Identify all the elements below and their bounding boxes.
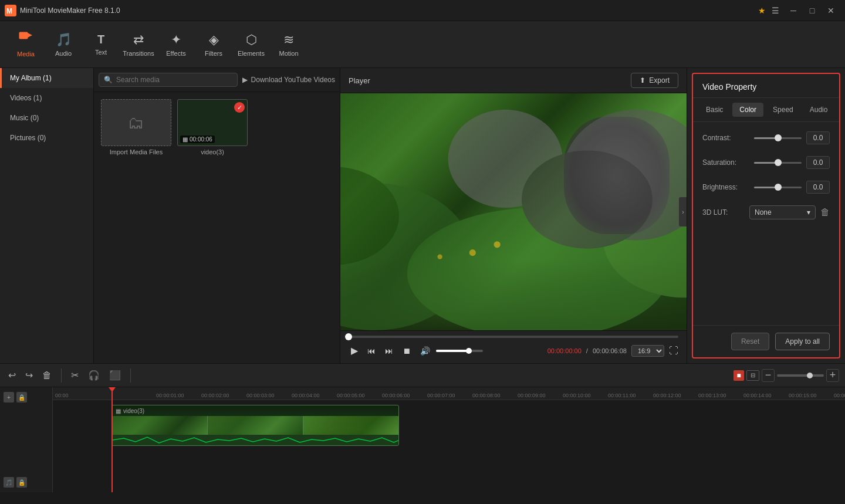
video-clip[interactable]: ▦ video(3) — [111, 405, 399, 446]
tab-audio[interactable]: Audio — [803, 103, 835, 117]
toolbar-item-effects[interactable]: ✦ Effects — [157, 25, 195, 65]
zoom-out-button[interactable]: − — [762, 369, 775, 382]
cut-button[interactable]: ✂ — [69, 367, 81, 383]
saturation-slider[interactable] — [754, 162, 802, 164]
contrast-value[interactable] — [806, 131, 830, 144]
media-grid: 🗂 Import Media Files ▦ 00:00:06 ✓ video(… — [94, 92, 340, 363]
thumb-2 — [207, 416, 303, 435]
list-item[interactable]: 🗂 Import Media Files — [101, 99, 171, 155]
reset-button[interactable]: Reset — [731, 333, 769, 350]
close-btn[interactable]: ✕ — [822, 4, 840, 17]
audio-detach-button[interactable]: 🎧 — [86, 367, 102, 383]
tab-color[interactable]: Color — [732, 103, 763, 117]
transitions-icon: ⇄ — [133, 32, 144, 48]
zoom-red-btn[interactable]: ■ — [734, 370, 744, 381]
search-input[interactable] — [116, 76, 232, 84]
ruler-mark-2: 00:00:02:00 — [201, 393, 229, 398]
ruler-mark-7: 00:00:07:00 — [427, 393, 455, 398]
sidebar-item-music[interactable]: Music (0) — [0, 108, 93, 128]
toolbar-item-text[interactable]: T Text — [82, 25, 120, 65]
saturation-value[interactable] — [806, 156, 830, 169]
brightness-value[interactable] — [806, 181, 830, 194]
videos-label: Videos (1) — [10, 94, 42, 102]
contrast-slider[interactable] — [754, 137, 802, 139]
crown-icon: ★ — [758, 6, 766, 15]
youtube-download-btn[interactable]: ▶ Download YouTube Videos — [242, 76, 335, 84]
ruler-mark-3: 00:00:03:00 — [246, 393, 275, 398]
settings-btn[interactable]: ☰ — [772, 6, 779, 15]
time-track[interactable] — [349, 336, 678, 338]
time-thumb[interactable] — [345, 333, 352, 340]
aspect-ratio-select[interactable]: 16:9 4:3 1:1 9:16 — [631, 345, 664, 357]
stop-button[interactable]: ⏹ — [400, 344, 413, 358]
apply-to-all-button[interactable]: Apply to all — [775, 333, 830, 350]
redo-button[interactable]: ↪ — [23, 367, 35, 383]
skip-forward-button[interactable]: ⏭ — [383, 344, 396, 358]
toolbar-item-motion[interactable]: ≋ Motion — [270, 25, 307, 65]
add-track-area: + 🔒 — [4, 392, 49, 402]
brightness-thumb[interactable] — [775, 184, 782, 191]
sidebar-item-my-album[interactable]: My Album (1) — [0, 68, 93, 88]
lut-delete-button[interactable]: 🗑 — [820, 207, 830, 218]
track-area: ▦ video(3) — [53, 400, 845, 492]
add-audio-track-btn[interactable]: 🎵 🔒 — [4, 477, 49, 488]
toolbar-item-media[interactable]: Media — [7, 25, 45, 65]
zoom-in-button[interactable]: + — [826, 369, 839, 382]
timeline-toolbar: ↩ ↪ 🗑 ✂ 🎧 ⬛ ■ ⊟ − + — [0, 364, 845, 387]
svg-point-11 — [469, 249, 476, 256]
play-button[interactable]: ▶ — [349, 343, 360, 358]
contrast-thumb[interactable] — [775, 134, 782, 141]
timeline: ↩ ↪ 🗑 ✂ 🎧 ⬛ ■ ⊟ − + + 🔒 — [0, 363, 845, 492]
left-panel: My Album (1) Videos (1) Music (0) Pictur… — [0, 68, 94, 363]
tab-speed[interactable]: Speed — [766, 103, 800, 117]
zoom-slider[interactable] — [777, 374, 824, 377]
sidebar-item-pictures[interactable]: Pictures (0) — [0, 128, 93, 148]
lut-select[interactable]: None ▾ — [749, 205, 816, 219]
maximize-btn[interactable]: □ — [803, 4, 822, 17]
zoom-thumb[interactable] — [807, 373, 813, 378]
fullscreen-button[interactable]: ⛶ — [669, 346, 678, 356]
toolbar-item-audio[interactable]: 🎵 Audio — [45, 25, 82, 65]
video-property-content: Contrast: Saturation: — [693, 122, 839, 325]
volume-button[interactable]: 🔊 — [418, 344, 432, 358]
collapse-arrow-icon: › — [682, 209, 684, 215]
player-title: Player — [349, 76, 370, 85]
video-property-panel: Video Property Basic Color Speed Audio C… — [692, 73, 840, 358]
video-property-header: Video Property — [693, 74, 839, 98]
ruler: 00:00 00:00:01:00 00:00:02:00 00:00:03:0… — [53, 387, 845, 400]
clip-header: ▦ video(3) — [112, 405, 398, 416]
crop-button[interactable]: ⬛ — [107, 367, 123, 383]
brightness-row: Brightness: — [702, 181, 830, 194]
undo-button[interactable]: ↩ — [6, 367, 18, 383]
add-video-track-btn[interactable]: + 🔒 — [4, 392, 49, 402]
total-time: 00:00:06:08 — [593, 347, 627, 354]
sidebar-item-videos[interactable]: Videos (1) — [0, 88, 93, 108]
toolbar-item-transitions[interactable]: ⇄ Transitions — [120, 25, 157, 65]
titlebar: M MiniTool MovieMaker Free 8.1.0 ★ ☰ ─ □… — [0, 0, 845, 21]
video-property-tabs: Basic Color Speed Audio — [693, 98, 839, 122]
minimize-btn[interactable]: ─ — [784, 4, 803, 17]
ruler-mark-5: 00:00:05:00 — [337, 393, 365, 398]
search-icon: 🔍 — [104, 76, 113, 84]
import-icon: 🗂 — [128, 113, 144, 133]
collapse-panel-btn[interactable]: › — [679, 197, 687, 226]
tab-basic[interactable]: Basic — [699, 103, 730, 117]
svg-rect-2 — [19, 32, 28, 39]
filters-icon: ◈ — [209, 32, 219, 48]
waveform-svg — [112, 435, 398, 445]
saturation-thumb[interactable] — [775, 159, 782, 166]
audio-track-controls: 🎵 🔒 — [4, 477, 49, 488]
toolbar-item-filters[interactable]: ◈ Filters — [195, 25, 232, 65]
delete-button[interactable]: 🗑 — [40, 368, 54, 383]
brightness-slider[interactable] — [754, 187, 802, 188]
volume-thumb[interactable] — [466, 348, 472, 354]
toolbar-item-elements[interactable]: ⬡ Elements — [232, 25, 270, 65]
export-button[interactable]: ⬆ Export — [631, 73, 678, 88]
volume-slider[interactable] — [436, 350, 483, 352]
media-search-box[interactable]: 🔍 — [99, 73, 238, 87]
list-item[interactable]: ▦ 00:00:06 ✓ video(3) — [177, 99, 248, 155]
split-btn[interactable]: ⊟ — [746, 370, 759, 381]
ruler-mark-6: 00:00:06:00 — [382, 393, 410, 398]
time-bar[interactable] — [349, 336, 678, 338]
skip-back-button[interactable]: ⏮ — [365, 344, 378, 358]
